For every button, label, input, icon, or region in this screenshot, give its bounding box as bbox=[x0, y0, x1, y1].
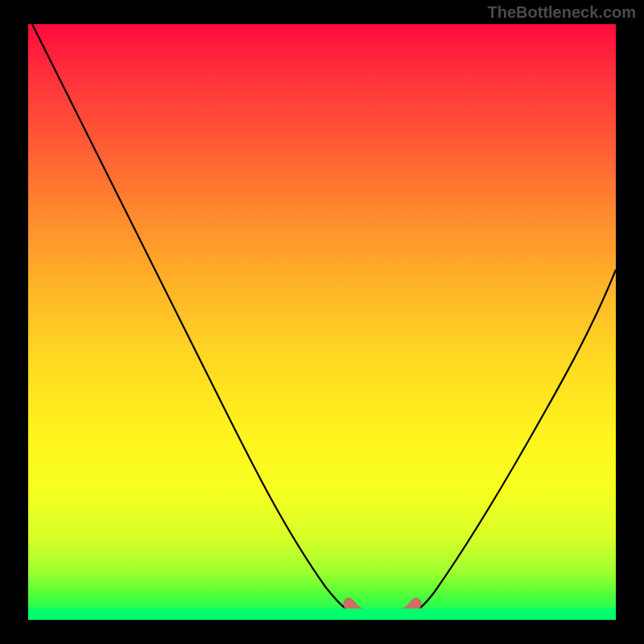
bottleneck-curve-path bbox=[32, 24, 616, 612]
chart-svg bbox=[28, 24, 616, 620]
chart-plot-area bbox=[28, 24, 616, 620]
watermark-text: TheBottleneck.com bbox=[488, 3, 636, 22]
baseline-strip bbox=[28, 609, 616, 620]
